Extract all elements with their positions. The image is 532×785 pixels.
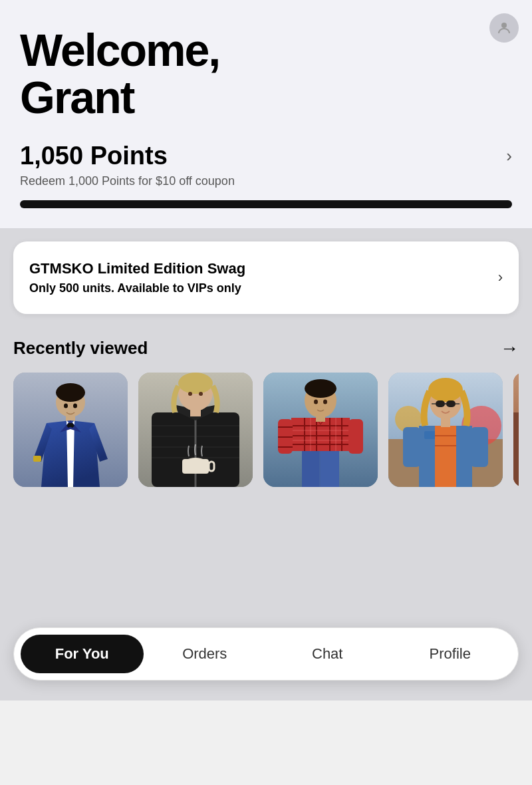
points-value: 1,050 Points bbox=[20, 142, 168, 170]
svg-rect-9 bbox=[33, 456, 41, 462]
nav-item-profile[interactable]: Profile bbox=[389, 635, 512, 673]
nav-item-chat[interactable]: Chat bbox=[266, 635, 389, 673]
recently-viewed-title: Recently viewed bbox=[13, 338, 148, 359]
avatar-icon bbox=[496, 20, 512, 36]
promo-card[interactable]: GTMSKO Limited Edition Swag Only 500 uni… bbox=[13, 241, 519, 314]
points-progress-bar bbox=[20, 200, 512, 208]
svg-rect-23 bbox=[182, 459, 209, 474]
nav-item-for-you[interactable]: For You bbox=[21, 635, 144, 673]
svg-point-19 bbox=[178, 373, 213, 394]
svg-point-8 bbox=[73, 403, 77, 408]
list-item[interactable] bbox=[388, 373, 503, 487]
svg-point-0 bbox=[501, 23, 507, 28]
list-item[interactable] bbox=[513, 373, 519, 487]
svg-rect-45 bbox=[348, 419, 363, 454]
points-subtitle: Redeem 1,000 Points for $10 off coupon bbox=[20, 174, 512, 188]
bottom-section: GTMSKO Limited Edition Swag Only 500 uni… bbox=[0, 228, 532, 701]
svg-rect-28 bbox=[321, 446, 339, 487]
svg-rect-72 bbox=[513, 412, 519, 487]
svg-rect-18 bbox=[190, 407, 201, 416]
nav-label-orders: Orders bbox=[182, 645, 227, 662]
promo-card-content: GTMSKO Limited Edition Swag Only 500 uni… bbox=[29, 260, 487, 295]
svg-point-21 bbox=[199, 392, 203, 396]
list-item[interactable] bbox=[263, 373, 378, 487]
recently-viewed-header: Recently viewed → bbox=[13, 338, 519, 359]
svg-point-48 bbox=[314, 399, 318, 404]
product-image-5 bbox=[513, 373, 519, 487]
list-item[interactable] bbox=[13, 373, 128, 487]
svg-rect-62 bbox=[471, 427, 488, 467]
points-chevron-icon: › bbox=[506, 146, 512, 166]
svg-point-49 bbox=[323, 399, 327, 404]
top-section: Welcome, Grant 1,050 Points › Redeem 1,0… bbox=[0, 0, 532, 228]
bottom-nav: For You Orders Chat Profile bbox=[13, 627, 519, 681]
svg-rect-61 bbox=[403, 427, 420, 467]
avatar-button[interactable] bbox=[489, 13, 519, 43]
svg-rect-27 bbox=[302, 446, 319, 487]
nav-item-orders[interactable]: Orders bbox=[144, 635, 267, 673]
welcome-line1: Welcome, bbox=[20, 25, 219, 75]
list-item[interactable] bbox=[138, 373, 253, 487]
svg-rect-58 bbox=[435, 426, 456, 487]
product-image-2 bbox=[138, 373, 253, 487]
nav-label-for-you: For You bbox=[55, 645, 109, 662]
welcome-line2: Grant bbox=[20, 72, 134, 122]
promo-title: GTMSKO Limited Edition Swag bbox=[29, 260, 487, 277]
svg-rect-50 bbox=[316, 414, 325, 422]
svg-rect-67 bbox=[446, 400, 456, 407]
promo-subtitle: Only 500 units. Available to VIPs only bbox=[29, 281, 487, 295]
welcome-heading: Welcome, Grant bbox=[20, 27, 512, 122]
svg-rect-57 bbox=[424, 431, 436, 439]
nav-label-profile: Profile bbox=[430, 645, 471, 662]
recently-viewed-scroll bbox=[13, 373, 519, 487]
product-image-4 bbox=[388, 373, 503, 487]
points-row[interactable]: 1,050 Points › bbox=[20, 142, 512, 170]
product-image-1 bbox=[13, 373, 128, 487]
svg-point-20 bbox=[188, 392, 192, 396]
svg-point-3 bbox=[56, 383, 85, 402]
svg-point-7 bbox=[64, 403, 68, 408]
promo-chevron-icon: › bbox=[498, 269, 503, 286]
recently-viewed-arrow-icon[interactable]: → bbox=[500, 338, 519, 359]
svg-rect-66 bbox=[436, 400, 445, 407]
svg-point-65 bbox=[428, 378, 463, 402]
svg-point-47 bbox=[305, 379, 336, 398]
product-image-3 bbox=[263, 373, 378, 487]
nav-label-chat: Chat bbox=[312, 645, 342, 662]
